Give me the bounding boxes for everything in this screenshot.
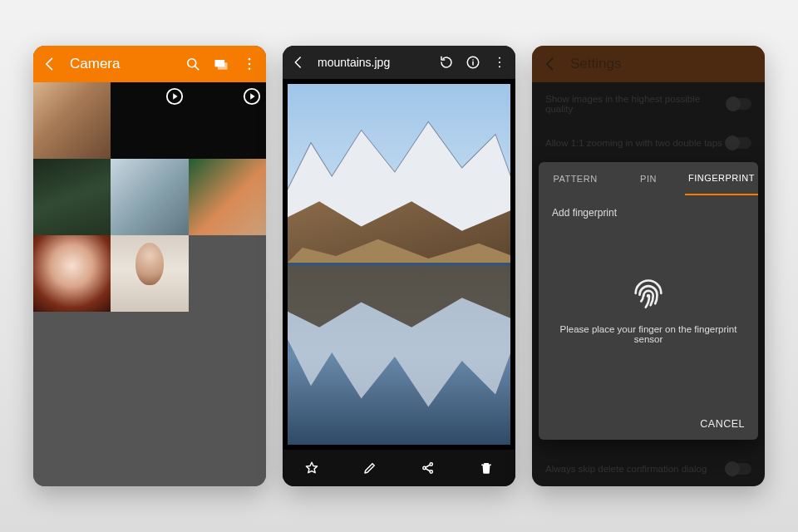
- svg-point-10: [499, 62, 500, 63]
- toggle[interactable]: [727, 98, 751, 110]
- arrow-left-icon: [291, 55, 306, 70]
- share-button[interactable]: [421, 461, 436, 475]
- svg-rect-2: [218, 62, 228, 69]
- more-button[interactable]: [241, 56, 258, 72]
- cancel-button[interactable]: CANCEL: [700, 418, 745, 430]
- arrow-left-icon: [542, 56, 559, 72]
- search-icon: [185, 56, 201, 72]
- sheet-footer: CANCEL: [539, 408, 758, 440]
- security-sheet: PATTERN PIN FINGERPRINT Add fingerprint …: [539, 162, 758, 440]
- trash-icon: [479, 461, 494, 475]
- gallery-screen: Camera: [33, 46, 266, 486]
- play-icon: [243, 87, 261, 106]
- thumbnail-video[interactable]: [189, 82, 266, 159]
- settings-title: Settings: [570, 56, 621, 72]
- svg-point-11: [499, 66, 500, 67]
- viewer-filename: mountains.jpg: [318, 56, 390, 69]
- thumbnail-video[interactable]: [111, 82, 188, 159]
- arrow-left-icon: [42, 56, 58, 72]
- more-button[interactable]: [492, 55, 507, 70]
- info-icon: [466, 55, 480, 70]
- delete-button[interactable]: [479, 461, 494, 475]
- thumbnail[interactable]: [33, 235, 111, 312]
- fingerprint-icon: [629, 271, 667, 309]
- security-tabs: PATTERN PIN FINGERPRINT: [539, 162, 758, 195]
- setting-label: Show images in the highest possible qual…: [545, 94, 727, 114]
- viewer-bottombar: [283, 450, 515, 486]
- svg-point-9: [499, 57, 500, 59]
- thumbnail[interactable]: [33, 82, 111, 159]
- slideshow-button[interactable]: [213, 56, 229, 72]
- settings-appbar: Settings: [532, 46, 765, 82]
- slideshow-icon: [213, 56, 229, 72]
- gallery-appbar: Camera: [33, 46, 266, 82]
- rotate-icon: [439, 55, 454, 70]
- svg-point-5: [249, 68, 251, 71]
- info-button[interactable]: [466, 55, 480, 70]
- settings-screen: Settings Show images in the highest poss…: [532, 46, 765, 486]
- back-button[interactable]: [542, 56, 559, 72]
- svg-point-4: [249, 63, 251, 66]
- more-vert-icon: [241, 56, 258, 72]
- setting-row-quality[interactable]: Show images in the highest possible qual…: [532, 82, 765, 126]
- toggle[interactable]: [727, 137, 751, 149]
- viewer-image[interactable]: [283, 79, 515, 450]
- setting-label: Allow 1:1 zooming in with two double tap…: [545, 138, 722, 148]
- more-vert-icon: [492, 55, 507, 70]
- setting-label: Always skip delete confirmation dialog: [545, 464, 707, 474]
- star-icon: [304, 461, 319, 475]
- sheet-message: Please place your finger on the fingerpr…: [552, 324, 745, 344]
- mountain-photo: [288, 84, 510, 445]
- favorite-button[interactable]: [304, 461, 319, 475]
- toggle[interactable]: [727, 463, 751, 475]
- share-icon: [421, 461, 436, 475]
- back-button[interactable]: [42, 56, 58, 72]
- sheet-heading: Add fingerprint: [552, 207, 745, 219]
- tab-fingerprint[interactable]: FINGERPRINT: [685, 162, 758, 195]
- play-icon: [165, 87, 184, 106]
- tab-pattern[interactable]: PATTERN: [539, 162, 612, 195]
- gallery-title: Camera: [70, 56, 120, 72]
- viewer-appbar: mountains.jpg: [283, 46, 515, 79]
- back-button[interactable]: [291, 55, 306, 70]
- thumbnail[interactable]: [189, 159, 266, 235]
- thumbnail[interactable]: [111, 159, 188, 235]
- thumbnail[interactable]: [111, 235, 188, 312]
- edit-button[interactable]: [362, 461, 377, 475]
- setting-row-skip-confirm[interactable]: Always skip delete confirmation dialog: [532, 451, 765, 486]
- thumbnail[interactable]: [33, 159, 111, 235]
- rotate-button[interactable]: [439, 55, 454, 70]
- tab-pin[interactable]: PIN: [612, 162, 685, 195]
- sheet-body: Add fingerprint Please place your finger…: [539, 195, 758, 408]
- viewer-screen: mountains.jpg: [283, 46, 515, 486]
- thumbnail-grid: [33, 82, 266, 486]
- svg-point-3: [249, 58, 251, 61]
- pencil-icon: [362, 461, 377, 475]
- setting-row-zoom[interactable]: Allow 1:1 zooming in with two double tap…: [532, 126, 765, 160]
- svg-rect-14: [288, 263, 510, 266]
- search-button[interactable]: [185, 56, 201, 72]
